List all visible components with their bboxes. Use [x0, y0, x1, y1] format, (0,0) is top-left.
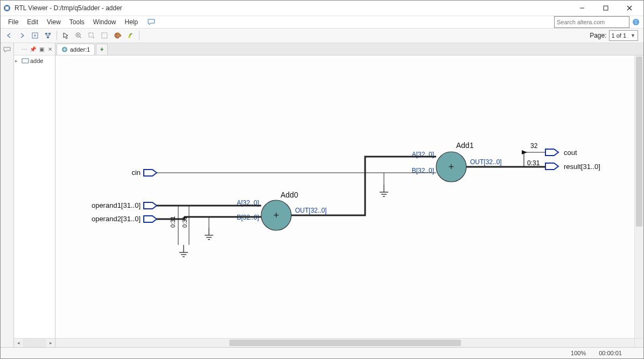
- tab-strip: adder:1 +: [55, 43, 643, 55]
- node-add0[interactable]: Add0 + A[32..0] B[32..0] OUT[32..0]: [237, 191, 327, 230]
- zoom-in-tool[interactable]: [73, 30, 85, 41]
- add0-out-label: OUT[32..0]: [295, 207, 327, 214]
- scroll-track[interactable]: [23, 339, 46, 347]
- side-close-icon[interactable]: ✕: [46, 45, 54, 53]
- menu-tools[interactable]: Tools: [65, 17, 89, 27]
- back-button[interactable]: [3, 30, 15, 41]
- bit-split-arrow: [522, 150, 527, 154]
- zoom-fit-button[interactable]: [29, 30, 41, 41]
- svg-rect-17: [22, 59, 29, 63]
- side-menu-icon[interactable]: ⋯: [20, 45, 28, 53]
- svg-point-16: [118, 34, 119, 35]
- ground-icon: [205, 228, 213, 240]
- rtl-diagram[interactable]: cin operand1[31..0] operand2[31..0] Add0: [55, 55, 637, 346]
- new-tab-button[interactable]: +: [96, 44, 108, 55]
- tree[interactable]: ▸ adde: [14, 55, 55, 338]
- zoom-area-tool[interactable]: [86, 30, 97, 41]
- canvas-vscroll[interactable]: [634, 55, 643, 339]
- port-cout-label: cout: [564, 149, 577, 157]
- svg-rect-1: [5, 6, 9, 10]
- svg-point-14: [116, 34, 117, 35]
- svg-rect-10: [47, 37, 49, 38]
- bus-label: 0:31: [170, 216, 176, 228]
- port-cin[interactable]: cin: [131, 168, 157, 177]
- pin-icon[interactable]: 📌: [29, 45, 37, 53]
- page-value: 1 of 1: [612, 32, 627, 39]
- pointer-tool[interactable]: [60, 30, 72, 41]
- port-op1-label: operand1[31..0]: [92, 201, 141, 209]
- elapsed-time: 00:00:01: [599, 350, 622, 356]
- status-bar: 100% 00:00:01: [1, 347, 643, 358]
- canvas-viewport[interactable]: cin operand1[31..0] operand2[31..0] Add0: [55, 55, 643, 347]
- ground-icon: [380, 185, 388, 196]
- select-area-tool[interactable]: [99, 30, 110, 41]
- toolbar: Page: 1 of 1 ▼: [1, 29, 643, 43]
- highlight-tool[interactable]: [124, 30, 136, 41]
- maximize-button[interactable]: [594, 1, 618, 16]
- svg-rect-9: [48, 33, 51, 34]
- scroll-corner: [634, 338, 643, 347]
- menu-window[interactable]: Window: [89, 17, 121, 27]
- module-icon: [22, 58, 29, 64]
- tree-root-row[interactable]: ▸ adde: [14, 57, 55, 65]
- port-result[interactable]: result[31..0]: [545, 163, 600, 171]
- port-cin-label: cin: [131, 168, 141, 177]
- expand-icon[interactable]: ▸: [15, 58, 20, 64]
- netlist-navigator: ⋯ 📌 ▣ ✕ ▸ adde ◂ ▸: [14, 43, 55, 347]
- bus-range-label: 0:31: [527, 159, 540, 167]
- left-gutter: [1, 43, 14, 347]
- palette-tool[interactable]: [111, 30, 123, 41]
- ground-icon: [179, 245, 188, 257]
- title-bar: RTL Viewer - D:/tmp/q5/adder - adder: [1, 1, 643, 16]
- hierarchy-button[interactable]: [42, 30, 54, 41]
- body: ⋯ 📌 ▣ ✕ ▸ adde ◂ ▸: [1, 43, 643, 347]
- bus-label: 0:31: [181, 216, 188, 228]
- scroll-left-icon[interactable]: ◂: [14, 339, 23, 347]
- chevron-down-icon: ▼: [631, 33, 635, 38]
- toolbar-separator: [57, 31, 57, 40]
- plus-icon: +: [449, 161, 454, 172]
- menu-edit[interactable]: Edit: [23, 17, 43, 27]
- page-selector[interactable]: 1 of 1 ▼: [609, 30, 638, 41]
- add0-name: Add0: [281, 191, 298, 199]
- side-toolbar: ⋯ 📌 ▣ ✕: [14, 43, 55, 55]
- svg-rect-3: [604, 6, 608, 10]
- menu-view[interactable]: View: [43, 17, 65, 27]
- svg-point-15: [116, 36, 117, 37]
- svg-rect-12: [89, 33, 93, 37]
- search-input[interactable]: [554, 16, 629, 28]
- tab-label: adder:1: [70, 46, 90, 53]
- add1-out-label: OUT[32..0]: [470, 158, 502, 166]
- close-button[interactable]: [618, 1, 641, 16]
- port-op2-label: operand2[31..0]: [92, 215, 141, 223]
- canvas-hscroll[interactable]: [55, 338, 635, 347]
- window-title: RTL Viewer - D:/tmp/q5/adder - adder: [15, 4, 570, 12]
- port-cout[interactable]: cout: [545, 149, 577, 157]
- node-add1[interactable]: Add1 + A[32..0] B[32..0] OUT[32..0]: [412, 141, 502, 182]
- scroll-right-icon[interactable]: ▸: [46, 339, 55, 347]
- popout-icon[interactable]: ▣: [38, 45, 45, 53]
- tree-root-label: adde: [30, 58, 43, 64]
- port-operand2[interactable]: operand2[31..0]: [92, 215, 157, 223]
- port-operand1[interactable]: operand1[31..0]: [92, 201, 157, 209]
- feedback-icon[interactable]: [145, 16, 157, 28]
- add1-b-label: B[32..0]: [412, 167, 434, 174]
- scroll-thumb[interactable]: [636, 57, 642, 227]
- globe-icon[interactable]: [632, 18, 640, 26]
- menu-help[interactable]: Help: [121, 17, 143, 27]
- menu-file[interactable]: File: [4, 17, 23, 27]
- side-scrollbar[interactable]: ◂ ▸: [14, 338, 55, 347]
- svg-rect-8: [45, 33, 47, 34]
- scroll-thumb[interactable]: [229, 340, 461, 346]
- app-window: RTL Viewer - D:/tmp/q5/adder - adder Fil…: [0, 0, 644, 359]
- minimize-button[interactable]: [570, 1, 594, 16]
- port-result-label: result[31..0]: [564, 163, 600, 171]
- plus-icon: +: [274, 210, 279, 221]
- tab-adder[interactable]: adder:1: [57, 44, 95, 55]
- main-area: adder:1 +: [55, 43, 643, 347]
- gutter-messages-icon[interactable]: [3, 45, 11, 54]
- toolbar-separator: [139, 31, 139, 40]
- app-icon: [3, 4, 11, 12]
- forward-button[interactable]: [16, 30, 28, 41]
- bus-bit-label: 32: [530, 142, 538, 150]
